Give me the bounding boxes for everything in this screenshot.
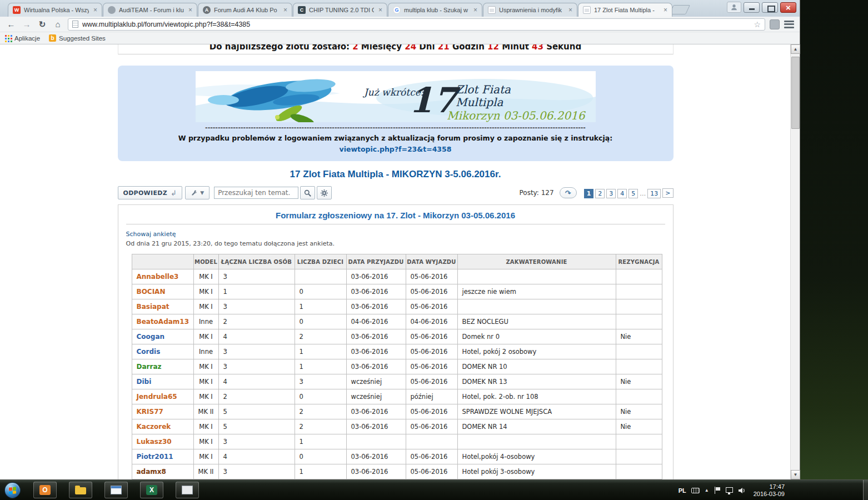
poll-cell-model: MK I: [193, 359, 218, 374]
action-center-flag-icon[interactable]: [714, 487, 721, 494]
tab-close-icon[interactable]: ×: [662, 6, 669, 14]
scroll-down-icon[interactable]: ▼: [791, 470, 800, 479]
browser-tab[interactable]: WWirtualna Polska - Wszy×: [8, 3, 102, 17]
taskbar-app-excel[interactable]: X: [140, 482, 163, 498]
browser-tabs: WWirtualna Polska - Wszy×AudiTEAM - Foru…: [8, 3, 673, 17]
taskbar-app-viewer[interactable]: [104, 482, 128, 498]
home-icon[interactable]: ⌂: [52, 19, 63, 29]
reply-button[interactable]: ODPOWIEDZ ↲: [118, 186, 183, 199]
tab-close-icon[interactable]: ×: [472, 6, 478, 14]
back-icon[interactable]: ←: [6, 19, 17, 29]
tab-close-icon[interactable]: ×: [567, 6, 573, 14]
bookmark-apps[interactable]: Aplikacje: [4, 34, 40, 42]
forward-icon[interactable]: →: [21, 19, 32, 29]
page-button[interactable]: 5: [628, 189, 638, 198]
tab-close-icon[interactable]: ×: [187, 6, 193, 14]
poll-cell-model: MK I: [193, 374, 218, 389]
page-icon: [583, 6, 591, 14]
username-link[interactable]: Jendrula65: [132, 389, 193, 404]
username-link[interactable]: BOCIAN: [132, 284, 193, 299]
search-icon: [304, 189, 311, 197]
countdown-number: 24: [402, 44, 416, 52]
browser-tab[interactable]: 17 Zlot Fiata Multipla -×: [578, 3, 672, 17]
minimize-button[interactable]: [744, 2, 760, 13]
poll-cell-zakwaterowanie: [457, 299, 616, 314]
menu-icon[interactable]: [784, 21, 794, 28]
jump-to-page-button[interactable]: ↷: [560, 187, 577, 198]
poll-cell-zakwaterowanie: BEZ NOCLEGU: [457, 314, 616, 329]
poll-cell-model: MK I: [193, 434, 218, 449]
poll-cell-osoby: 3: [218, 434, 295, 449]
search-settings-button[interactable]: [317, 186, 332, 199]
topic-search-input[interactable]: [214, 187, 298, 199]
poll-header: ŁĄCZNA LICZBA OSÓB: [218, 254, 295, 269]
username-link[interactable]: Lukasz30: [132, 434, 193, 449]
taskbar-app-window[interactable]: [176, 482, 199, 498]
username-link[interactable]: Annabelle3: [132, 269, 193, 284]
refresh-icon[interactable]: ↻: [37, 19, 48, 29]
tab-close-icon[interactable]: ×: [92, 6, 98, 14]
poll-cell-zakwaterowanie: Hotel,pokój 4-osobowy: [457, 449, 616, 464]
username-link[interactable]: Coogan: [132, 329, 193, 344]
poll-cell-zakwaterowanie: Domek nr 0: [457, 329, 616, 344]
topic-tools-button[interactable]: ▼: [185, 186, 209, 199]
username-link[interactable]: Darraz: [132, 359, 193, 374]
tab-close-icon[interactable]: ×: [377, 6, 383, 14]
next-page-button[interactable]: >: [662, 188, 673, 198]
tab-title: multipla klub - Szukaj w: [404, 7, 469, 13]
page-button[interactable]: 13: [647, 189, 661, 198]
browser-tab[interactable]: Usprawnienia i modyfik×: [483, 3, 577, 17]
address-bar[interactable]: www.multiplaklub.pl/forum/viewtopic.php?…: [68, 18, 765, 31]
username-link[interactable]: BeatoAdam13: [132, 314, 193, 329]
username-link[interactable]: Cordis: [132, 344, 193, 359]
username-link[interactable]: Basiapat: [132, 299, 193, 314]
poll-cell-przyjazd: 03-06-2016: [346, 284, 406, 299]
url-text[interactable]: www.multiplaklub.pl/forum/viewtopic.php?…: [82, 21, 750, 28]
instruction-link[interactable]: viewtopic.php?f=23&t=4358: [118, 145, 674, 153]
hidden-icons-arrow[interactable]: ▲: [705, 488, 709, 493]
bookmark-star-icon[interactable]: ☆: [754, 20, 761, 29]
username-link[interactable]: Dibi: [132, 374, 193, 389]
taskbar-app-explorer[interactable]: [69, 482, 92, 498]
network-icon[interactable]: [726, 487, 733, 493]
page-button[interactable]: 3: [606, 189, 616, 198]
browser-tab[interactable]: AudiTEAM - Forum i klu×: [103, 3, 197, 17]
tab-strip: WWirtualna Polska - Wszy×AudiTEAM - Foru…: [0, 0, 800, 17]
keyboard-icon[interactable]: [691, 488, 700, 493]
username-link[interactable]: Piotr2011: [132, 449, 193, 464]
audi-forum-icon: A: [203, 6, 211, 14]
clock[interactable]: 17:47 2016-03-09: [754, 483, 785, 498]
extension-icon[interactable]: [770, 19, 780, 29]
hide-poll-link[interactable]: Schowaj ankietę: [126, 231, 176, 238]
scroll-up-icon[interactable]: ▲: [791, 44, 800, 54]
bookmark-suggested-sites[interactable]: b Suggested Sites: [49, 34, 106, 42]
search-button[interactable]: [300, 186, 315, 199]
profile-icon[interactable]: [727, 2, 741, 13]
username-link[interactable]: Kaczorek: [132, 419, 193, 434]
taskbar-app-outlook[interactable]: O: [33, 482, 57, 498]
scrollbar-thumb[interactable]: [791, 57, 800, 129]
browser-tab[interactable]: CCHIP TUNING 2.0 TDI C×: [293, 3, 387, 17]
browser-tab[interactable]: Gmultipla klub - Szukaj w×: [388, 3, 482, 17]
speaker-icon[interactable]: [738, 487, 746, 494]
poll-cell-dzieci: 2: [295, 404, 346, 419]
window-controls: [727, 2, 796, 13]
start-button[interactable]: [4, 482, 21, 498]
username-link[interactable]: adamx8: [132, 464, 193, 479]
poll-cell-dzieci: 1: [295, 359, 346, 374]
browser-tab[interactable]: AForum Audi A4 Klub Po×: [198, 3, 292, 17]
close-button[interactable]: [780, 2, 796, 13]
page-button[interactable]: 4: [617, 189, 627, 198]
chip-icon: C: [298, 6, 306, 14]
poll-cell-zakwaterowanie: Hotel pokój 3-osobowy: [457, 464, 616, 479]
username-link[interactable]: KRIS77: [132, 404, 193, 419]
page-scrollbar[interactable]: ▲ ▼: [790, 44, 800, 479]
page-button[interactable]: 1: [584, 189, 594, 198]
language-indicator[interactable]: PL: [679, 487, 686, 494]
browser-window: WWirtualna Polska - Wszy×AudiTEAM - Foru…: [0, 0, 800, 479]
page-button[interactable]: 2: [595, 189, 605, 198]
tab-close-icon[interactable]: ×: [282, 6, 288, 14]
poll-header: DATA PRZYJAZDU: [346, 254, 406, 269]
maximize-button[interactable]: [762, 2, 778, 13]
show-desktop-button[interactable]: [863, 480, 868, 500]
